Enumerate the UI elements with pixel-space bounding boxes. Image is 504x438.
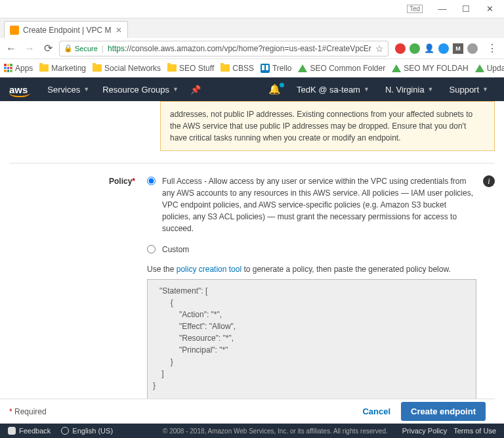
browser-tab-strip: Create Endpoint | VPC M ✕ [0,18,504,38]
bookmarks-bar: Apps Marketing Social Networks SEO Stuff… [0,59,504,77]
extension-icons: 👤 M [392,43,480,54]
url-text: https://console.aws.amazon.com/vpc/home?… [108,44,371,53]
ext-icon-4[interactable] [438,43,449,54]
secure-lock-icon: 🔒 Secure [64,44,98,53]
bookmark-seo-foldah[interactable]: SEO MY FOLDAH [392,64,468,73]
folder-icon [93,64,102,72]
caret-down-icon: ▼ [482,86,488,93]
full-access-description: Full Access - Allow access by any user o… [162,175,476,234]
radio-full-access[interactable] [147,177,156,185]
browser-tab-active[interactable]: Create Endpoint | VPC M ✕ [4,21,128,38]
feedback-link[interactable]: Feedback [8,427,51,435]
form-footer-bar: * Required Cancel Create endpoint [0,399,495,424]
aws-footer: Feedback English (US) © 2008 - 2018, Ama… [0,424,504,438]
content-wrapper: addresses, not public IP addresses. Exis… [0,101,504,424]
ext-icon-6[interactable] [467,43,478,54]
nav-reload-icon[interactable]: ⟳ [41,41,55,56]
apps-shortcut[interactable]: Apps [4,64,33,73]
tab-close-icon[interactable]: ✕ [116,26,122,35]
policy-creation-tool-link[interactable]: policy creation tool [177,265,242,274]
window-maximize-icon[interactable]: ☐ [457,3,475,16]
drive-icon [298,64,307,72]
notifications-bell-icon[interactable]: 🔔 [262,83,287,95]
bookmark-star-icon[interactable]: ☆ [375,43,384,54]
ext-icon-2[interactable] [410,43,420,54]
bookmark-cbss[interactable]: CBSS [220,64,254,73]
url-input[interactable]: 🔒 Secure | https://console.aws.amazon.co… [59,41,388,56]
bookmark-social-networks[interactable]: Social Networks [93,64,161,73]
terms-link[interactable]: Terms of Use [453,427,496,435]
caret-down-icon: ▼ [364,86,369,93]
info-icon[interactable]: i [483,175,495,187]
nav-resource-groups[interactable]: Resource Groups▼ [96,85,185,95]
policy-custom-option[interactable]: Custom [147,244,476,255]
required-note: * Required [9,407,47,416]
window-minimize-icon[interactable]: — [433,3,452,16]
window-indicator: Ted [407,5,423,13]
nav-support[interactable]: Support▼ [443,85,495,95]
bookmark-seo-common[interactable]: SEO Common Folder [298,64,385,73]
section-divider [9,163,495,164]
folder-icon [220,64,230,72]
folder-icon [39,64,49,72]
globe-icon [61,427,69,435]
ext-icon-1[interactable] [395,43,406,54]
drive-icon [475,64,484,72]
bookmark-trello[interactable]: Trello [261,64,292,73]
policy-section: Policy* i Full Access - Allow access by … [9,175,495,403]
policy-hint: Use the policy creation tool to generate… [147,265,476,274]
notification-dot-icon [280,83,284,87]
aws-logo-icon[interactable]: aws [9,84,28,95]
drive-icon [392,64,401,72]
aws-top-nav: aws Services▼ Resource Groups▼ 📌 🔔 TedK … [0,77,504,101]
content-scroll-area[interactable]: addresses, not public IP addresses. Exis… [0,101,504,403]
ext-icon-5[interactable]: M [453,43,463,54]
warning-message: addresses, not public IP addresses. Exis… [160,101,495,151]
caret-down-icon: ▼ [428,86,434,93]
nav-back-icon[interactable]: ← [4,41,18,56]
caret-down-icon: ▼ [173,86,178,93]
trello-icon [261,64,270,73]
cancel-button[interactable]: Cancel [362,406,390,416]
custom-label: Custom [162,244,189,255]
ext-icon-3[interactable]: 👤 [424,43,434,54]
nav-account[interactable]: TedK @ sa-team▼ [290,85,376,95]
caret-down-icon: ▼ [83,86,89,93]
bookmark-updates[interactable]: Updates [475,64,504,73]
window-close-icon[interactable]: ✕ [480,3,499,16]
chat-icon [8,427,16,435]
policy-full-access-option[interactable]: Full Access - Allow access by any user o… [147,175,476,234]
window-titlebar: Ted — ☐ ✕ [0,0,504,18]
folder-icon [167,64,177,72]
copyright-text: © 2008 - 2018, Amazon Web Services, Inc.… [163,427,388,435]
bookmark-seo-stuff[interactable]: SEO Stuff [167,64,214,73]
apps-grid-icon [4,64,12,72]
bookmark-marketing[interactable]: Marketing [39,64,86,73]
policy-json-textarea[interactable] [147,279,476,403]
nav-forward-icon[interactable]: → [22,41,37,56]
browser-address-bar: ← → ⟳ 🔒 Secure | https://console.aws.ama… [0,38,504,59]
nav-region[interactable]: N. Virginia▼ [379,85,440,95]
radio-custom[interactable] [147,245,156,253]
aws-favicon-icon [10,26,19,35]
language-selector[interactable]: English (US) [61,427,113,435]
privacy-link[interactable]: Privacy Policy [402,427,447,435]
browser-menu-icon[interactable]: ⋮ [484,42,500,55]
tab-title: Create Endpoint | VPC M [23,26,112,35]
nav-pin-icon[interactable]: 📌 [185,85,206,95]
nav-services[interactable]: Services▼ [41,85,96,95]
policy-label: Policy* [9,175,147,403]
create-endpoint-button[interactable]: Create endpoint [401,402,486,421]
